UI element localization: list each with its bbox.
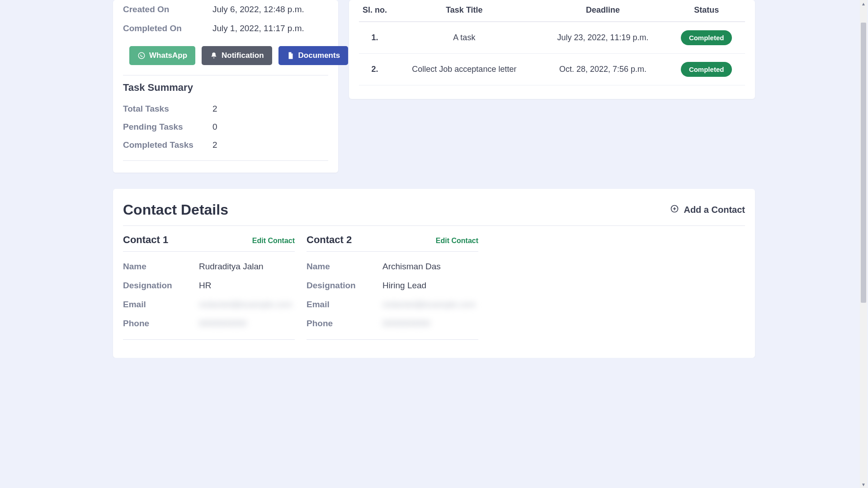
completed-tasks-row: Completed Tasks 2 [123, 136, 328, 154]
c1-designation-value: HR [199, 281, 211, 291]
c1-designation-label: Designation [123, 281, 199, 291]
info-card: Created On July 6, 2022, 12:48 p.m. Comp… [113, 0, 338, 173]
created-on-row: Created On July 6, 2022, 12:48 p.m. [123, 0, 328, 19]
completed-on-value: July 1, 2022, 11:17 p.m. [212, 23, 304, 33]
tasks-header-row: Sl. no. Task Title Deadline Status [359, 0, 745, 22]
whatsapp-label: WhatsApp [149, 51, 187, 60]
c1-name-label: Name [123, 262, 199, 272]
action-buttons: WhatsApp Notification Documents [129, 46, 328, 65]
cell-deadline: July 23, 2022, 11:19 p.m. [538, 22, 668, 54]
pending-tasks-value: 0 [212, 122, 217, 132]
c1-phone-value: 0000000000 [199, 319, 247, 328]
c1-phone-label: Phone [123, 319, 199, 328]
whatsapp-icon [137, 52, 146, 60]
add-contact-label: Add a Contact [684, 205, 745, 215]
plus-circle-icon [670, 204, 679, 216]
contacts-row: Contact 1 Edit Contact Name Rudraditya J… [123, 234, 745, 340]
cell-sl: 2. [359, 54, 391, 85]
notification-button[interactable]: Notification [202, 46, 272, 65]
cell-title: Collect Job acceptance letter [391, 54, 538, 85]
scroll-thumb[interactable] [861, 23, 866, 303]
c1-email-value: redacted@example.com [199, 300, 292, 310]
total-tasks-label: Total Tasks [123, 104, 212, 114]
created-on-value: July 6, 2022, 12:48 p.m. [212, 5, 304, 14]
task-summary-block: Total Tasks 2 Pending Tasks 0 Completed … [123, 100, 328, 161]
cell-deadline: Oct. 28, 2022, 7:56 p.m. [538, 54, 668, 85]
bell-icon [210, 52, 218, 60]
completed-tasks-value: 2 [212, 140, 217, 150]
created-on-label: Created On [123, 5, 212, 14]
contact-2-title: Contact 2 [307, 234, 352, 246]
c2-phone-value: 0000000000 [382, 319, 430, 328]
task-summary-title: Task Summary [123, 82, 328, 94]
status-badge[interactable]: Completed [681, 62, 732, 77]
contact-details-card: Contact Details Add a Contact Contact 1 … [113, 189, 755, 358]
th-deadline: Deadline [538, 0, 668, 22]
total-tasks-row: Total Tasks 2 [123, 100, 328, 118]
tasks-card: Sl. no. Task Title Deadline Status 1. A … [349, 0, 755, 99]
cell-title: A task [391, 22, 538, 54]
c2-designation-label: Designation [307, 281, 382, 291]
add-contact-button[interactable]: Add a Contact [670, 204, 745, 216]
scrollbar[interactable]: ▲ ▼ [860, 0, 867, 358]
completed-on-row: Completed On July 1, 2022, 11:17 p.m. [123, 19, 328, 38]
contact-1-title: Contact 1 [123, 234, 168, 246]
whatsapp-button[interactable]: WhatsApp [129, 46, 195, 65]
c2-name-value: Archisman Das [382, 262, 441, 272]
completed-tasks-label: Completed Tasks [123, 140, 212, 150]
scroll-up-icon[interactable]: ▲ [860, 0, 867, 7]
documents-button[interactable]: Documents [278, 46, 349, 65]
th-title: Task Title [391, 0, 538, 22]
contact-header: Contact Details Add a Contact [123, 202, 745, 226]
table-row: 1. A task July 23, 2022, 11:19 p.m. Comp… [359, 22, 745, 54]
th-status: Status [668, 0, 745, 22]
cell-sl: 1. [359, 22, 391, 54]
c2-name-label: Name [307, 262, 382, 272]
cell-status: Completed [668, 54, 745, 85]
file-icon [287, 52, 295, 60]
c2-email-label: Email [307, 300, 382, 310]
contact-heading: Contact Details [123, 202, 228, 218]
edit-contact-1[interactable]: Edit Contact [252, 237, 295, 245]
notification-label: Notification [222, 51, 264, 60]
edit-contact-2[interactable]: Edit Contact [436, 237, 478, 245]
svg-point-0 [138, 52, 145, 59]
contact-block-2: Contact 2 Edit Contact Name Archisman Da… [307, 234, 478, 340]
pending-tasks-label: Pending Tasks [123, 122, 212, 132]
cell-status: Completed [668, 22, 745, 54]
completed-on-label: Completed On [123, 23, 212, 33]
divider [123, 75, 328, 75]
th-sl: Sl. no. [359, 0, 391, 22]
c2-email-value: redacted@example.com [382, 300, 476, 310]
status-badge[interactable]: Completed [681, 30, 732, 45]
pending-tasks-row: Pending Tasks 0 [123, 118, 328, 136]
c2-designation-value: Hiring Lead [382, 281, 426, 291]
c1-email-label: Email [123, 300, 199, 310]
total-tasks-value: 2 [212, 104, 217, 114]
c2-phone-label: Phone [307, 319, 382, 328]
table-row: 2. Collect Job acceptance letter Oct. 28… [359, 54, 745, 85]
tasks-table: Sl. no. Task Title Deadline Status 1. A … [359, 0, 745, 85]
contact-block-1: Contact 1 Edit Contact Name Rudraditya J… [123, 234, 295, 340]
documents-label: Documents [298, 51, 340, 60]
c1-name-value: Rudraditya Jalan [199, 262, 264, 272]
